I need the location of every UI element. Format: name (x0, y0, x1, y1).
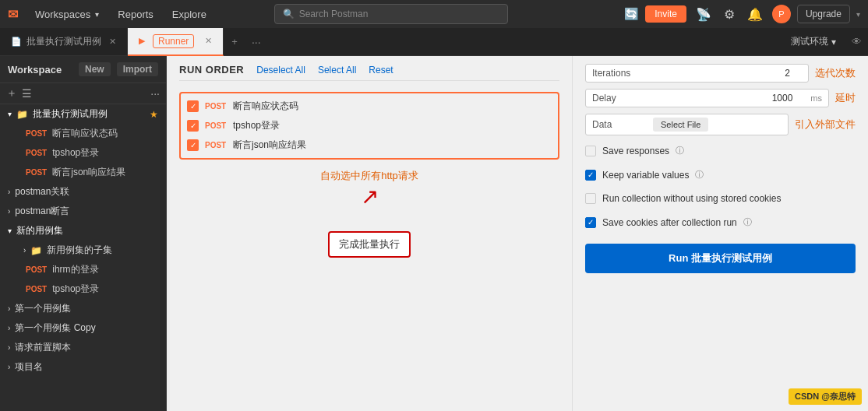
sidebar-item-ihrm-login[interactable]: POST ihrm的登录 (16, 260, 166, 279)
run-collection-button[interactable]: Run 批量执行测试用例 (585, 244, 856, 273)
avatar[interactable]: P (772, 5, 791, 23)
import-button[interactable]: Import (117, 62, 158, 76)
sidebar-item-project[interactable]: › 项目名 (0, 357, 166, 377)
sidebar-item-batch-collection[interactable]: ▾ 📁 批量执行测试用例 ★ (0, 104, 166, 124)
explore-menu[interactable]: Explore (166, 5, 213, 23)
filter-icon[interactable]: ☰ (22, 87, 32, 100)
checkbox-3[interactable]: ✓ (187, 139, 199, 151)
chevron-down-icon: ▾ (8, 110, 12, 118)
chevron-right-icon6: › (8, 343, 10, 352)
save-responses-info-icon[interactable]: ⓘ (676, 145, 684, 156)
chevron-down-icon2: ▾ (8, 227, 12, 235)
watermark: CSDN @奈思特 (789, 388, 862, 405)
sidebar-item-postman-assert[interactable]: › postman断言 (0, 202, 166, 221)
sync-icon[interactable]: 🔄 (624, 7, 639, 21)
search-bar[interactable]: 🔍 Search Postman (274, 4, 508, 24)
workspaces-menu[interactable]: Workspaces ▾ (29, 5, 105, 23)
workspaces-chevron-icon: ▾ (95, 10, 99, 19)
invite-button[interactable]: Invite (645, 5, 686, 23)
keep-variable-row: ✓ Keep variable values ⓘ (585, 166, 856, 184)
main-content: RUN ORDER Deselect All Select All Reset … (167, 56, 868, 411)
iterations-annotation-area: 选代次数 (815, 66, 856, 80)
iterations-section: Iterations 选代次数 (585, 64, 856, 83)
collections-list: ▾ 📁 批量执行测试用例 ★ POST 断言响应状态码 POST tpshop登… (0, 104, 166, 377)
chevron-right-icon7: › (8, 363, 10, 371)
runner-left-panel: RUN ORDER Deselect All Select All Reset … (167, 56, 572, 411)
keep-variable-info-icon[interactable]: ⓘ (695, 169, 704, 181)
save-responses-row: Save responses ⓘ (585, 142, 856, 160)
data-field: Data Select File (585, 114, 789, 135)
sidebar-item-first-collection-copy[interactable]: › 第一个用例集 Copy (0, 318, 166, 338)
add-icon[interactable]: ＋ (6, 86, 17, 100)
run-without-cookies-checkbox[interactable] (585, 193, 596, 204)
delay-input[interactable] (653, 93, 804, 104)
sidebar-item-subfolder[interactable]: › 📁 新用例集的子集 (16, 241, 166, 260)
sidebar-item-new-collection[interactable]: ▾ 新的用例集 (0, 221, 166, 241)
main-layout: Workspace New Import ＋ ☰ ··· ▾ 📁 批量执行测试用… (0, 56, 868, 411)
tab-close-icon[interactable]: ✕ (109, 37, 116, 47)
save-cookies-checkbox[interactable]: ✓ (585, 217, 596, 228)
run-without-cookies-row: Run collection without using stored cook… (585, 190, 856, 207)
run-order-header: RUN ORDER Deselect All Select All Reset (179, 64, 559, 81)
runner-container: RUN ORDER Deselect All Select All Reset … (167, 56, 868, 411)
workspace-label: Workspace (8, 64, 62, 76)
tab-collection[interactable]: 📄 批量执行测试用例 ✕ (0, 28, 128, 56)
upgrade-chevron-icon: ▾ (856, 10, 860, 19)
chevron-right-icon4: › (8, 304, 10, 313)
keep-variable-checkbox[interactable]: ✓ (585, 170, 596, 181)
sidebar-item-assert-json[interactable]: POST 断言json响应结果 (16, 163, 166, 182)
eye-icon[interactable]: 👁 (845, 36, 868, 47)
more-options-icon[interactable]: ··· (150, 87, 160, 100)
sidebar-header: Workspace New Import (0, 56, 166, 83)
runner-right-panel: Iterations 选代次数 Delay ms 延时 (572, 56, 868, 411)
completion-annotation: 完成批量执行 (179, 231, 559, 258)
select-file-button[interactable]: Select File (653, 118, 708, 132)
collection-icon: 📁 (16, 109, 28, 120)
new-tab-button[interactable]: + (224, 28, 245, 56)
more-tabs-icon[interactable]: ··· (252, 36, 261, 48)
sidebar-item-assert-status[interactable]: POST 断言响应状态码 (16, 124, 166, 143)
new-button[interactable]: New (79, 62, 111, 76)
save-responses-checkbox[interactable] (585, 146, 596, 156)
sidebar-toolbar: ＋ ☰ ··· (0, 83, 166, 104)
reports-menu[interactable]: Reports (111, 5, 160, 23)
sidebar-item-postman-relation[interactable]: › postman关联 (0, 182, 166, 202)
tab-runner-close-icon[interactable]: ✕ (205, 36, 212, 46)
search-icon: 🔍 (283, 9, 295, 19)
gear-icon[interactable]: ⚙ (721, 5, 738, 23)
request-row-2: ✓ POST tpshop登录 (187, 119, 552, 132)
arrow-up-right-icon: ↗ (179, 186, 559, 208)
chevron-right-icon3: › (23, 246, 26, 255)
checkbox-1[interactable]: ✓ (187, 100, 199, 112)
top-nav: ✉ Workspaces ▾ Reports Explore 🔍 Search … (0, 0, 868, 28)
tab-runner[interactable]: ▶ Runner ✕ (128, 28, 224, 56)
annotation-area: ✓ POST 断言响应状态码 ✓ POST tpshop登录 ✓ POST (179, 92, 559, 258)
sidebar: Workspace New Import ＋ ☰ ··· ▾ 📁 批量执行测试用… (0, 56, 167, 411)
save-cookies-info-icon[interactable]: ⓘ (743, 216, 752, 228)
sidebar-item-tpshop-login[interactable]: POST tpshop登录 (16, 143, 166, 163)
top-nav-right: 🔄 Invite 📡 ⚙ 🔔 P Upgrade ▾ (624, 5, 860, 23)
reset-link[interactable]: Reset (369, 65, 393, 76)
sidebar-item-tpshop-login2[interactable]: POST tpshop登录 (16, 279, 166, 299)
bell-icon[interactable]: 🔔 (744, 5, 766, 23)
iterations-input[interactable] (653, 68, 802, 79)
upgrade-button[interactable]: Upgrade (797, 5, 850, 23)
tabs-bar: 📄 批量执行测试用例 ✕ ▶ Runner ✕ + ··· 测试环境 ▾ 👁 (0, 28, 868, 56)
sidebar-item-pre-script[interactable]: › 请求前置脚本 (0, 338, 166, 357)
folder-icon: 📁 (30, 245, 42, 256)
env-chevron-icon: ▾ (831, 37, 836, 47)
env-selector[interactable]: 测试环境 ▾ (782, 35, 845, 48)
star-icon: ★ (150, 109, 158, 120)
chevron-right-icon: › (8, 188, 10, 196)
app-logo: ✉ (8, 7, 18, 22)
iterations-field: Iterations (585, 64, 809, 83)
delay-annotation-area: 延时 (835, 91, 856, 105)
checkbox-2[interactable]: ✓ (187, 120, 199, 132)
deselect-all-link[interactable]: Deselect All (256, 65, 305, 76)
request-row-1: ✓ POST 断言响应状态码 (187, 100, 552, 113)
select-all-link[interactable]: Select All (318, 65, 356, 76)
sidebar-item-first-collection[interactable]: › 第一个用例集 (0, 299, 166, 318)
request-list: ✓ POST 断言响应状态码 ✓ POST tpshop登录 ✓ POST (179, 92, 559, 160)
satellite-icon[interactable]: 📡 (693, 5, 715, 23)
collection-icon: 📄 (11, 37, 22, 47)
